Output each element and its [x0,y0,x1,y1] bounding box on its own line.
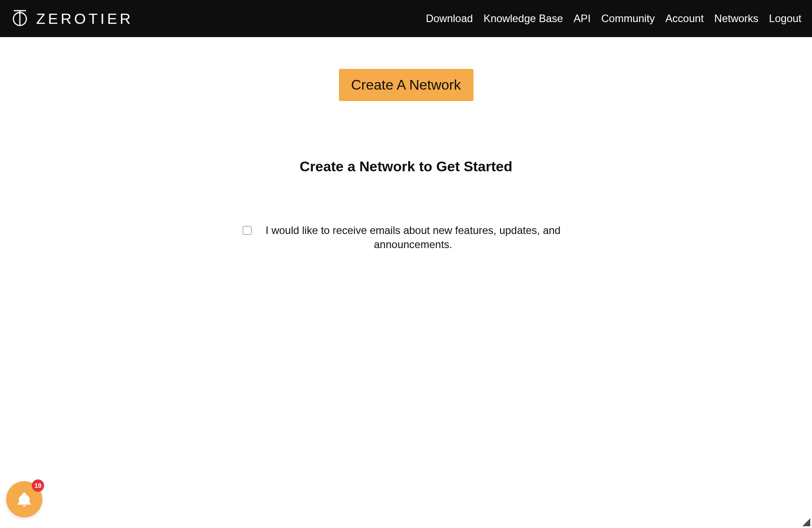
top-nav: Download Knowledge Base API Community Ac… [426,12,801,25]
subscribe-row: I would like to receive emails about new… [243,223,569,252]
nav-api[interactable]: API [574,12,591,25]
resize-handle-icon[interactable] [802,518,810,526]
logo-section[interactable]: ZEROTIER [11,9,133,28]
notification-button[interactable]: 19 [6,481,42,517]
notification-badge: 19 [32,479,44,492]
main-content: Create A Network Create a Network to Get… [0,37,812,252]
nav-community[interactable]: Community [601,12,654,25]
logo-text: ZEROTIER [36,10,133,27]
nav-logout[interactable]: Logout [769,12,801,25]
get-started-heading: Create a Network to Get Started [300,158,512,175]
header: ZEROTIER Download Knowledge Base API Com… [0,0,812,37]
nav-download[interactable]: Download [426,12,473,25]
nav-knowledge-base[interactable]: Knowledge Base [484,12,563,25]
nav-networks[interactable]: Networks [714,12,759,25]
subscribe-checkbox[interactable] [243,226,252,235]
bell-icon [16,491,32,507]
nav-account[interactable]: Account [665,12,704,25]
zerotier-logo-icon [11,9,29,28]
create-network-button[interactable]: Create A Network [339,69,474,101]
subscribe-label[interactable]: I would like to receive emails about new… [257,223,569,252]
